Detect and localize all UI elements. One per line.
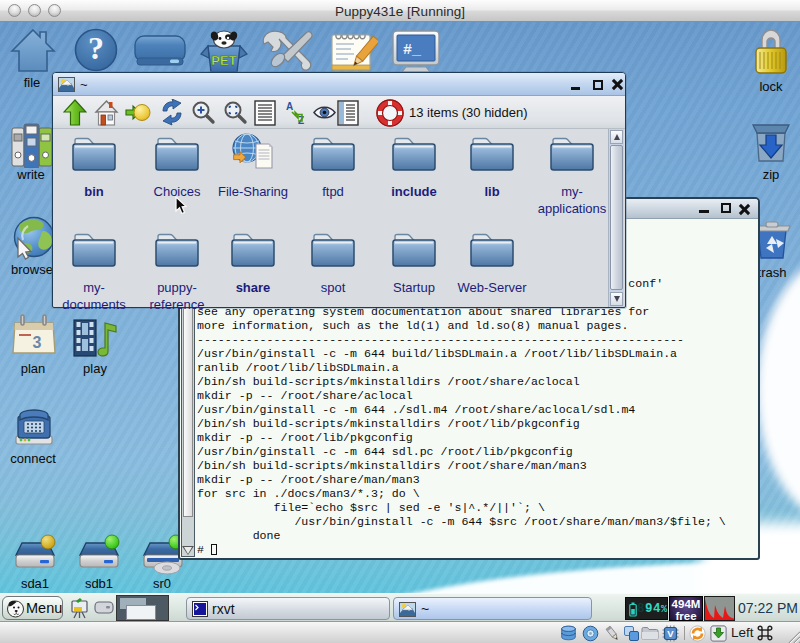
svg-text:#_: #_ <box>403 42 422 59</box>
svg-text:A: A <box>286 101 293 112</box>
svg-text:3: 3 <box>33 334 42 351</box>
svg-text:PET: PET <box>211 53 236 68</box>
svg-text:V: V <box>667 628 674 639</box>
svg-text:?: ? <box>88 30 104 66</box>
